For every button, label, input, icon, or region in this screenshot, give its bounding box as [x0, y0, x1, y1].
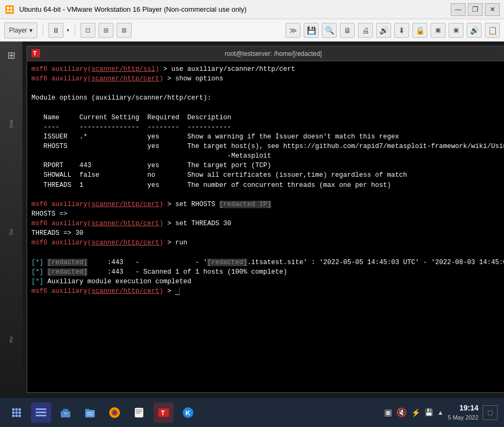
svg-rect-16 [36, 408, 46, 410]
terminal-line-set-rhosts: msf6 auxiliary(scanner/http/cert) > set … [31, 200, 504, 209]
toolbar-separator-2 [75, 24, 75, 37]
pause-button[interactable]: ⏸ [48, 23, 63, 38]
svg-rect-4 [10, 10, 12, 12]
storage-tray-icon[interactable]: 💾 [425, 408, 433, 416]
terminal-scan-line3: [*] Auxiliary module execution completed [31, 277, 504, 286]
sidebar-icon-1[interactable]: ⊞ [2, 46, 21, 65]
usb1-button[interactable]: ▣ [430, 23, 445, 38]
player-menu-button[interactable]: Player ▾ [4, 22, 37, 38]
pause-dropdown: ▾ [67, 27, 69, 33]
terminal-scan-line1: [*] [redacted] :443 - - '[redacted].itsa… [31, 258, 504, 267]
clock-date: 5 May 2022 [448, 414, 478, 422]
svg-rect-23 [85, 409, 90, 411]
terminal-line-blank4 [31, 248, 504, 257]
fast-forward-button[interactable]: ≫ [286, 23, 300, 38]
taskbar-clock: 19:14 5 May 2022 [448, 403, 478, 422]
terminal-content[interactable]: msf6 auxiliary(scanner/http/ssl) > use a… [27, 61, 504, 393]
table-divider: ---- --------------- -------- ----------… [31, 122, 504, 132]
send-keys-button[interactable]: ⊡ [80, 23, 95, 38]
svg-point-12 [19, 411, 21, 414]
terminal-line-blank3 [31, 190, 504, 200]
restore-button[interactable]: ❐ [468, 3, 483, 16]
terminal-app-icon: T [31, 49, 41, 59]
toolbar: Player ▾ ⏸ ▾ ⊡ ⊞ ⊠ ≫ 💾 🔍 🖥 🖨 🔊 ⬇ 🔒 ▣ ▣ 🔊… [0, 19, 504, 42]
title-bar: Ubuntu 64-bit - VMware Workstation 16 Pl… [0, 0, 504, 19]
window-controls: — ❐ ✕ [451, 3, 500, 16]
system-tray: ▣ 🔇 ⚡ 💾 ▲ [384, 407, 444, 417]
svg-rect-1 [7, 7, 9, 9]
taskbar-text-editor[interactable] [129, 403, 149, 423]
table-row-showall: SHOWALL false no Show all certificates (… [31, 170, 504, 180]
audio-button[interactable]: 🔊 [376, 23, 391, 38]
arrow-tray-icon[interactable]: ▲ [437, 409, 444, 416]
terminal-final-prompt: msf6 auxiliary(scanner/http/cert) > █ [31, 286, 504, 296]
display-button[interactable]: 🖥 [340, 23, 355, 38]
snapshot-button[interactable]: 💾 [304, 23, 319, 38]
player-dropdown-icon: ▾ [29, 27, 32, 34]
svg-point-9 [19, 408, 21, 410]
zoom-button[interactable]: 🔍 [322, 23, 337, 38]
svg-rect-24 [87, 412, 93, 413]
taskbar-package-mgr[interactable] [55, 403, 76, 423]
unity-button[interactable]: ⊠ [117, 23, 132, 38]
terminal-line-set-threads: msf6 auxiliary(scanner/http/cert) > set … [31, 219, 504, 228]
svg-text:K: K [185, 409, 191, 417]
taskbar: T K ▣ 🔇 ⚡ 💾 ▲ 19:14 5 May 2022 □ [0, 397, 504, 427]
svg-rect-30 [136, 409, 142, 410]
terminal-line-run: msf6 auxiliary(scanner/http/cert) > run [31, 238, 504, 248]
taskbar-apps-menu[interactable] [6, 403, 27, 423]
clipboard-button[interactable]: 📋 [485, 23, 500, 38]
fullscreen-button[interactable]: ⊞ [99, 23, 113, 38]
svg-text:T: T [161, 409, 165, 417]
terminal-line-2: msf6 auxiliary(scanner/http/cert) > show… [31, 74, 504, 84]
svg-text:T: T [33, 50, 37, 56]
svg-rect-17 [36, 412, 46, 413]
lock-button[interactable]: 🔒 [412, 23, 427, 38]
close-button[interactable]: ✕ [485, 3, 500, 16]
terminal-line-blank1 [31, 84, 504, 93]
svg-rect-32 [136, 413, 140, 414]
sidebar-label-dev: De [9, 229, 14, 235]
show-desktop-button[interactable]: □ [483, 405, 498, 420]
volume-tray-icon[interactable]: 🔇 [396, 407, 407, 417]
svg-rect-31 [136, 411, 142, 412]
taskbar-firefox[interactable] [104, 403, 125, 423]
terminal-line-module-opts: Module options (auxiliary/scanner/http/c… [31, 93, 504, 103]
bluetooth-tray-icon[interactable]: ⚡ [411, 408, 420, 417]
terminal-line-blank2 [31, 103, 504, 113]
table-row-issuer: ISSUER .* yes Show a warning if the Issu… [31, 132, 504, 142]
print-button[interactable]: 🖨 [358, 23, 373, 38]
table-row-rhosts: RHOSTS yes The target host(s), see https… [31, 142, 504, 151]
download-button[interactable]: ⬇ [394, 23, 409, 38]
svg-point-10 [12, 411, 15, 414]
taskbar-file-mgr[interactable] [80, 403, 100, 423]
svg-rect-18 [36, 415, 46, 416]
svg-rect-20 [63, 409, 68, 412]
minimize-button[interactable]: — [451, 3, 466, 16]
clock-time: 19:14 [448, 403, 478, 414]
player-label: Player [9, 27, 27, 34]
svg-rect-25 [87, 414, 93, 415]
svg-point-8 [15, 408, 18, 410]
usb2-button[interactable]: ▣ [449, 23, 464, 38]
toolbar-separator-1 [43, 24, 43, 37]
inner-minimize-btn[interactable]: _ [501, 50, 504, 58]
taskbar-kde[interactable]: K [178, 403, 198, 423]
svg-point-14 [15, 414, 18, 417]
window-title: Ubuntu 64-bit - VMware Workstation 16 Pl… [19, 5, 451, 13]
svg-point-11 [15, 411, 18, 414]
show-desktop-icon: □ [488, 408, 492, 417]
terminal-scan-line2: [*] [redacted] :443 - Scanned 1 of 1 hos… [31, 267, 504, 277]
taskbar-terminal[interactable]: T [153, 403, 174, 423]
volume2-button[interactable]: 🔊 [467, 23, 482, 38]
svg-point-15 [19, 414, 21, 417]
svg-point-13 [12, 414, 15, 417]
inner-title-bar: T root@testserver: /home/[redacted] _ △ … [27, 46, 504, 61]
screen-tray-icon[interactable]: ▣ [384, 407, 392, 417]
svg-rect-2 [10, 7, 12, 9]
svg-rect-22 [85, 410, 95, 417]
sidebar-label-search: Sea [9, 120, 14, 128]
inner-window-controls: _ △ ✕ [501, 50, 504, 58]
taskbar-system-mgr[interactable] [31, 403, 51, 423]
terminal-window: T root@testserver: /home/[redacted] _ △ … [27, 46, 504, 393]
